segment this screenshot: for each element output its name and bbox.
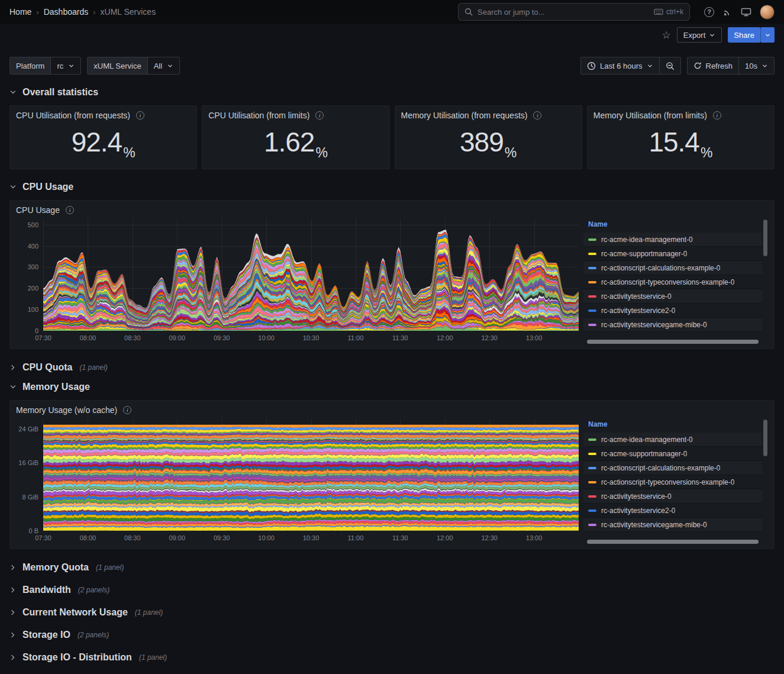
monitor-icon [741, 7, 751, 17]
stat-value: 389% [401, 120, 576, 164]
share-caret-button[interactable] [760, 27, 775, 43]
legend-vertical-scrollbar[interactable] [763, 220, 767, 256]
breadcrumb-item-current: xUML Services [101, 7, 156, 17]
keyboard-icon [654, 8, 663, 15]
x-axis-label: 11:00 [348, 534, 364, 541]
refresh-interval-button[interactable]: 10s [738, 57, 774, 74]
section-header-memory-usage[interactable]: Memory Usage [9, 379, 775, 395]
section-header-memory-quota[interactable]: Memory Quota (1 panel) [9, 556, 775, 579]
legend-item[interactable]: rc-actionscript-calculations-example-0 [583, 261, 762, 275]
chevron-right-icon [9, 631, 17, 638]
x-axis-label: 11:30 [392, 334, 408, 341]
memory-legend: Name rc-acme-idea-management-0rc-acme-su… [583, 418, 768, 544]
panel-count: (2 panels) [78, 586, 109, 594]
legend-item[interactable]: rc-activitytestservice-0 [583, 489, 762, 504]
info-icon[interactable]: i [533, 111, 541, 120]
zoom-out-button[interactable] [659, 57, 680, 74]
section-header-cpu-quota[interactable]: CPU Quota (1 panel) [9, 356, 775, 379]
x-axis-label: 10:00 [258, 334, 275, 341]
xuml-service-variable-value[interactable]: All [147, 57, 179, 74]
section-header-cpu-usage[interactable]: CPU Usage [9, 179, 775, 195]
chevron-down-icon [647, 63, 653, 69]
y-axis-label: 16 GiB [18, 459, 38, 466]
section-header-bandwidth[interactable]: Bandwidth (2 panels) [9, 579, 775, 601]
info-icon[interactable]: i [136, 111, 144, 120]
top-nav: Home › Dashboards › xUML Services ctrl+k… [0, 0, 784, 24]
legend-item[interactable]: rc-acme-supportmanager-0 [583, 447, 762, 461]
breadcrumb-item-dashboards[interactable]: Dashboards [44, 7, 89, 17]
chevron-down-icon [9, 89, 17, 96]
legend-item[interactable]: rc-actionscript-calculations-example-0 [583, 461, 762, 475]
info-icon[interactable]: i [123, 406, 131, 414]
panel-title: CPU Usage [16, 205, 60, 215]
user-avatar[interactable] [760, 5, 775, 20]
legend-item[interactable]: rc-activitytestservice2-0 [583, 504, 762, 518]
legend-item-label: rc-actionscript-typeconversions-example-… [601, 278, 734, 286]
platform-variable-value[interactable]: rc [50, 57, 80, 74]
dashboard-body: Platform rc xUML Service All Last 6 hour… [0, 46, 784, 669]
stat-panel-cpu-requests: CPU Utilisation (from requests)i 92.4% [9, 105, 197, 169]
legend-horizontal-scrollbar[interactable] [587, 340, 759, 344]
y-axis-label: 0 [35, 327, 38, 334]
help-button[interactable]: ? [704, 7, 714, 17]
share-button[interactable]: Share [728, 27, 760, 43]
nav-icons: ? [704, 5, 775, 20]
legend-vertical-scrollbar[interactable] [763, 420, 767, 456]
y-axis-label: 500 [28, 221, 38, 228]
refresh-button[interactable]: Refresh [688, 57, 739, 74]
x-axis-label: 12:30 [481, 334, 498, 341]
legend-item[interactable]: rc-activitytestservicegame-mibe-0 [583, 518, 762, 532]
x-axis-label: 08:30 [124, 334, 141, 341]
info-icon[interactable]: i [66, 206, 74, 214]
section-header-overall-statistics[interactable]: Overall statistics [9, 84, 775, 101]
panel-title: Memory Utilisation (from requests) [401, 111, 528, 120]
legend-item[interactable]: rc-activitytestservicegame-mibe-0 [583, 318, 762, 332]
legend-item[interactable]: rc-activitytestservice2-0 [583, 304, 762, 318]
star-icon: ☆ [662, 30, 670, 41]
legend-item-label: rc-acme-supportmanager-0 [601, 450, 687, 458]
legend-name-header[interactable]: Name [583, 418, 762, 433]
cpu-usage-chart-canvas[interactable] [43, 218, 579, 331]
y-axis-label: 24 GiB [18, 425, 38, 433]
legend-color-marker [588, 438, 596, 441]
memory-usage-chart-canvas[interactable] [43, 418, 579, 531]
legend-item[interactable]: rc-activitytestservice-0 [583, 289, 762, 304]
x-axis-label: 10:30 [303, 534, 320, 541]
stat-panel-cpu-limits: CPU Utilisation (from limits)i 1.62% [202, 105, 389, 169]
legend-item-label: rc-activitytestservice2-0 [601, 307, 675, 315]
section-header-storage-io-distribution[interactable]: Storage IO - Distribution (1 panel) [9, 646, 775, 669]
time-picker-group: Last 6 hours [580, 57, 681, 75]
legend-color-marker [588, 509, 596, 512]
export-button[interactable]: Export [677, 27, 722, 43]
x-axis-label: 09:00 [169, 334, 185, 341]
legend-color-marker [588, 524, 596, 526]
info-icon[interactable]: i [713, 111, 721, 120]
chevron-down-icon [762, 63, 768, 69]
legend-item[interactable]: rc-actionscript-typeconversions-example-… [583, 275, 762, 289]
legend-item[interactable]: rc-acme-idea-management-0 [583, 233, 762, 247]
kiosk-mode-button[interactable] [741, 7, 751, 17]
section-header-storage-io[interactable]: Storage IO (2 panels) [9, 624, 775, 646]
x-axis-label: 09:00 [169, 534, 185, 541]
chevron-right-icon [9, 586, 17, 594]
search-shortcut: ctrl+k [654, 8, 683, 16]
section-header-current-network-usage[interactable]: Current Network Usage (1 panel) [9, 601, 775, 624]
stats-row: CPU Utilisation (from requests)i 92.4% C… [9, 105, 775, 169]
legend-item[interactable]: rc-acme-supportmanager-0 [583, 247, 762, 261]
info-icon[interactable]: i [315, 111, 324, 120]
legend-color-marker [588, 295, 596, 298]
legend-item-label: rc-activitytestservicegame-mibe-0 [601, 321, 707, 329]
x-axis-label: 07:30 [35, 334, 51, 341]
search-input[interactable] [478, 8, 649, 17]
y-axis-label: 0 B [28, 527, 38, 534]
legend-name-header[interactable]: Name [583, 218, 762, 233]
legend-item[interactable]: rc-actionscript-typeconversions-example-… [583, 475, 762, 489]
legend-item[interactable]: rc-acme-idea-management-0 [583, 433, 762, 447]
favorite-button[interactable]: ☆ [662, 30, 670, 40]
breadcrumb-item-home[interactable]: Home [9, 7, 31, 17]
legend-horizontal-scrollbar[interactable] [587, 540, 759, 544]
news-button[interactable] [722, 7, 733, 17]
time-range-button[interactable]: Last 6 hours [581, 57, 659, 74]
stat-panel-memory-limits: Memory Utilisation (from limits)i 15.4% [587, 105, 775, 169]
search-box[interactable]: ctrl+k [458, 3, 690, 21]
